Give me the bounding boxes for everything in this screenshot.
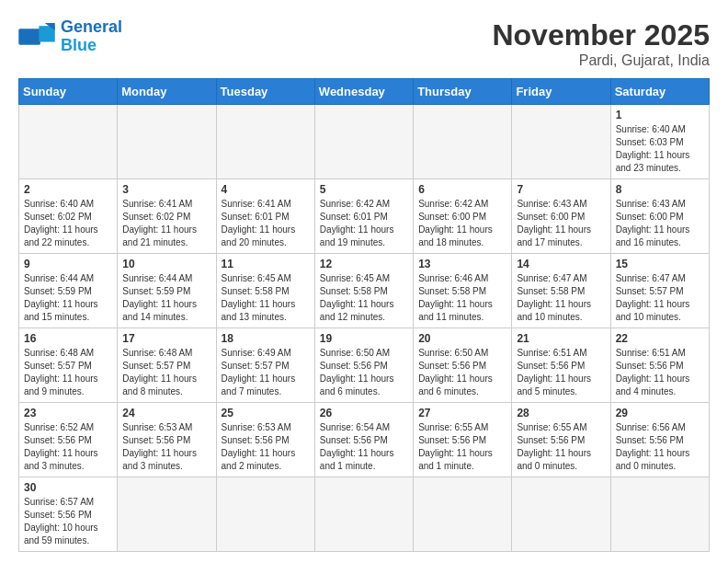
- day-info: Sunrise: 6:43 AM Sunset: 6:00 PM Dayligh…: [616, 198, 704, 249]
- logo: General Blue: [18, 18, 122, 55]
- calendar-cell: [216, 105, 314, 179]
- day-info: Sunrise: 6:48 AM Sunset: 5:57 PM Dayligh…: [122, 347, 210, 398]
- calendar-cell: 23Sunrise: 6:52 AM Sunset: 5:56 PM Dayli…: [19, 403, 118, 477]
- day-info: Sunrise: 6:53 AM Sunset: 5:56 PM Dayligh…: [122, 421, 210, 473]
- calendar-cell: [610, 477, 709, 552]
- weekday-header-friday: Friday: [512, 79, 610, 105]
- calendar-cell: 17Sunrise: 6:48 AM Sunset: 5:57 PM Dayli…: [118, 328, 216, 403]
- day-info: Sunrise: 6:50 AM Sunset: 5:56 PM Dayligh…: [320, 347, 408, 398]
- day-number: 22: [616, 332, 704, 345]
- calendar-cell: 26Sunrise: 6:54 AM Sunset: 5:56 PM Dayli…: [314, 403, 413, 477]
- day-number: 2: [24, 183, 112, 196]
- day-info: Sunrise: 6:45 AM Sunset: 5:58 PM Dayligh…: [320, 272, 408, 324]
- day-number: 15: [616, 258, 704, 270]
- calendar-cell: 4Sunrise: 6:41 AM Sunset: 6:01 PM Daylig…: [216, 179, 314, 254]
- calendar-cell: [314, 105, 413, 179]
- day-number: 11: [222, 258, 310, 270]
- calendar-cell: 19Sunrise: 6:50 AM Sunset: 5:56 PM Dayli…: [314, 328, 413, 403]
- day-info: Sunrise: 6:47 AM Sunset: 5:58 PM Dayligh…: [517, 272, 605, 324]
- calendar-week-row-4: 16Sunrise: 6:48 AM Sunset: 5:57 PM Dayli…: [19, 328, 710, 403]
- calendar-cell: [512, 477, 610, 552]
- calendar-cell: 30Sunrise: 6:57 AM Sunset: 5:56 PM Dayli…: [19, 477, 118, 552]
- calendar-cell: [118, 477, 216, 552]
- day-number: 30: [24, 481, 112, 494]
- day-info: Sunrise: 6:52 AM Sunset: 5:56 PM Dayligh…: [24, 421, 112, 473]
- day-info: Sunrise: 6:47 AM Sunset: 5:57 PM Dayligh…: [616, 272, 704, 324]
- logo-general: General: [61, 17, 122, 36]
- calendar-cell: [414, 105, 512, 179]
- logo-text: General Blue: [61, 18, 122, 55]
- day-info: Sunrise: 6:49 AM Sunset: 5:57 PM Dayligh…: [222, 347, 310, 398]
- calendar-cell: 15Sunrise: 6:47 AM Sunset: 5:57 PM Dayli…: [610, 254, 709, 328]
- day-number: 10: [122, 258, 210, 270]
- calendar-cell: 11Sunrise: 6:45 AM Sunset: 5:58 PM Dayli…: [216, 254, 314, 328]
- day-number: 18: [222, 332, 310, 345]
- day-number: 6: [418, 183, 506, 196]
- header: General Blue November 2025 Pardi, Gujara…: [18, 18, 710, 69]
- day-number: 4: [222, 183, 310, 196]
- calendar-cell: 8Sunrise: 6:43 AM Sunset: 6:00 PM Daylig…: [610, 179, 709, 254]
- day-info: Sunrise: 6:42 AM Sunset: 6:01 PM Dayligh…: [320, 198, 408, 249]
- calendar-cell: 9Sunrise: 6:44 AM Sunset: 5:59 PM Daylig…: [19, 254, 118, 328]
- weekday-header-wednesday: Wednesday: [314, 79, 413, 105]
- day-number: 7: [517, 183, 605, 196]
- calendar-week-row-3: 9Sunrise: 6:44 AM Sunset: 5:59 PM Daylig…: [19, 254, 710, 328]
- day-number: 29: [616, 407, 704, 419]
- calendar-cell: 29Sunrise: 6:56 AM Sunset: 5:56 PM Dayli…: [610, 403, 709, 477]
- day-number: 5: [320, 183, 408, 196]
- day-info: Sunrise: 6:46 AM Sunset: 5:58 PM Dayligh…: [418, 272, 506, 324]
- day-number: 16: [24, 332, 112, 345]
- weekday-header-tuesday: Tuesday: [216, 79, 314, 105]
- calendar-cell: 7Sunrise: 6:43 AM Sunset: 6:00 PM Daylig…: [512, 179, 610, 254]
- location: Pardi, Gujarat, India: [492, 52, 710, 69]
- calendar-cell: [414, 477, 512, 552]
- weekday-header-saturday: Saturday: [610, 79, 709, 105]
- weekday-header-row: SundayMondayTuesdayWednesdayThursdayFrid…: [19, 79, 710, 105]
- calendar-cell: 25Sunrise: 6:53 AM Sunset: 5:56 PM Dayli…: [216, 403, 314, 477]
- day-info: Sunrise: 6:54 AM Sunset: 5:56 PM Dayligh…: [320, 421, 408, 473]
- calendar-cell: 12Sunrise: 6:45 AM Sunset: 5:58 PM Dayli…: [314, 254, 413, 328]
- day-info: Sunrise: 6:43 AM Sunset: 6:00 PM Dayligh…: [517, 198, 605, 249]
- day-number: 25: [222, 407, 310, 419]
- day-info: Sunrise: 6:40 AM Sunset: 6:03 PM Dayligh…: [616, 123, 704, 175]
- calendar-cell: 24Sunrise: 6:53 AM Sunset: 5:56 PM Dayli…: [118, 403, 216, 477]
- day-number: 24: [122, 407, 210, 419]
- day-info: Sunrise: 6:50 AM Sunset: 5:56 PM Dayligh…: [418, 347, 506, 398]
- title-section: November 2025 Pardi, Gujarat, India: [492, 18, 710, 69]
- day-number: 8: [616, 183, 704, 196]
- calendar-cell: [512, 105, 610, 179]
- day-info: Sunrise: 6:42 AM Sunset: 6:00 PM Dayligh…: [418, 198, 506, 249]
- calendar-cell: 27Sunrise: 6:55 AM Sunset: 5:56 PM Dayli…: [414, 403, 512, 477]
- generalblue-logo-icon: [18, 23, 55, 51]
- day-number: 3: [122, 183, 210, 196]
- day-info: Sunrise: 6:51 AM Sunset: 5:56 PM Dayligh…: [616, 347, 704, 398]
- calendar-cell: 20Sunrise: 6:50 AM Sunset: 5:56 PM Dayli…: [414, 328, 512, 403]
- calendar-cell: [314, 477, 413, 552]
- day-number: 13: [418, 258, 506, 270]
- day-info: Sunrise: 6:40 AM Sunset: 6:02 PM Dayligh…: [24, 198, 112, 249]
- calendar-week-row-1: 1Sunrise: 6:40 AM Sunset: 6:03 PM Daylig…: [19, 105, 710, 179]
- weekday-header-monday: Monday: [118, 79, 216, 105]
- calendar-cell: 10Sunrise: 6:44 AM Sunset: 5:59 PM Dayli…: [118, 254, 216, 328]
- day-number: 20: [418, 332, 506, 345]
- calendar-cell: 21Sunrise: 6:51 AM Sunset: 5:56 PM Dayli…: [512, 328, 610, 403]
- day-info: Sunrise: 6:41 AM Sunset: 6:02 PM Dayligh…: [122, 198, 210, 249]
- day-number: 26: [320, 407, 408, 419]
- day-info: Sunrise: 6:55 AM Sunset: 5:56 PM Dayligh…: [517, 421, 605, 473]
- day-number: 1: [616, 109, 704, 121]
- calendar-cell: 2Sunrise: 6:40 AM Sunset: 6:02 PM Daylig…: [19, 179, 118, 254]
- month-title: November 2025: [492, 18, 710, 52]
- day-info: Sunrise: 6:57 AM Sunset: 5:56 PM Dayligh…: [24, 496, 112, 547]
- calendar-cell: 5Sunrise: 6:42 AM Sunset: 6:01 PM Daylig…: [314, 179, 413, 254]
- day-info: Sunrise: 6:45 AM Sunset: 5:58 PM Dayligh…: [222, 272, 310, 324]
- calendar-week-row-2: 2Sunrise: 6:40 AM Sunset: 6:02 PM Daylig…: [19, 179, 710, 254]
- day-number: 17: [122, 332, 210, 345]
- day-number: 23: [24, 407, 112, 419]
- calendar-cell: 1Sunrise: 6:40 AM Sunset: 6:03 PM Daylig…: [610, 105, 709, 179]
- day-info: Sunrise: 6:44 AM Sunset: 5:59 PM Dayligh…: [122, 272, 210, 324]
- calendar-cell: 3Sunrise: 6:41 AM Sunset: 6:02 PM Daylig…: [118, 179, 216, 254]
- day-number: 21: [517, 332, 605, 345]
- svg-rect-0: [18, 29, 40, 44]
- calendar-cell: 28Sunrise: 6:55 AM Sunset: 5:56 PM Dayli…: [512, 403, 610, 477]
- calendar-cell: 13Sunrise: 6:46 AM Sunset: 5:58 PM Dayli…: [414, 254, 512, 328]
